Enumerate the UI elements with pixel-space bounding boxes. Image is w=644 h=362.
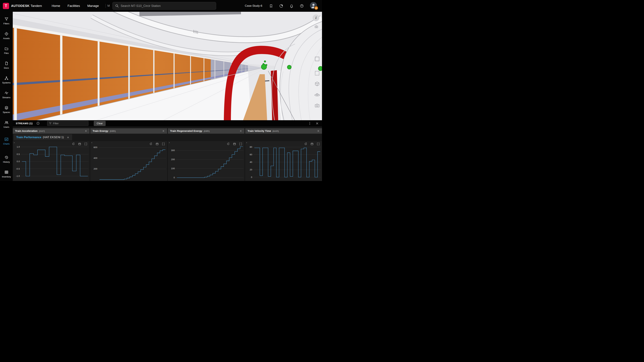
user-menu[interactable]: sk (310, 2, 318, 10)
tab-train-acceleration[interactable]: Train Acceleration (m/s²) (13, 128, 90, 134)
viewport-3d[interactable]: i (13, 12, 322, 120)
svg-text:400: 400 (94, 157, 97, 159)
chart-train-regenerated-energy[interactable]: 3002001000 (168, 141, 245, 181)
stream-filter-input[interactable] (53, 122, 87, 125)
search-bar[interactable] (112, 2, 216, 10)
calendar-icon[interactable] (233, 142, 236, 146)
sidebar-item-systems[interactable]: Systems (0, 73, 13, 87)
topbar-actions: Case-Study-6 sk (245, 2, 322, 10)
svg-text:600: 600 (94, 146, 97, 149)
chart-train-energy[interactable]: 600400200 (90, 141, 167, 181)
sidebar-item-streams[interactable]: Streams (0, 87, 13, 102)
marquee-select-icon[interactable] (314, 70, 320, 76)
performance-tab-row: Train Performance (HAT EKSENI 1) (13, 134, 322, 141)
inventory-icon (4, 170, 8, 174)
top-nav: HomeFacilitiesManage (52, 4, 99, 8)
bookmark-icon[interactable] (269, 4, 273, 8)
streams-icon (4, 91, 8, 95)
clear-button[interactable]: Clear (94, 121, 106, 126)
info-icon[interactable] (36, 122, 40, 125)
orbit-icon[interactable] (314, 92, 320, 98)
expand-icon[interactable] (162, 142, 165, 146)
chart-panel-train-acceleration: 1.00.50.0-0.5-1.0 (13, 141, 90, 181)
nav-manage[interactable]: Manage (87, 4, 99, 8)
sidebar: Filters Assets Files Docs Systems Stream… (0, 12, 13, 181)
assets-icon (4, 32, 8, 36)
notifications-bell-icon[interactable] (290, 4, 294, 8)
y-axis-labels: 1.00.50.0-0.5-1.0 (16, 146, 20, 177)
svg-text:-1.0: -1.0 (16, 175, 20, 177)
chart-train-velocity-time[interactable]: 806040200 (245, 141, 322, 181)
close-panel-icon[interactable] (315, 122, 319, 125)
sidebar-item-files[interactable]: Files (0, 43, 13, 58)
close-tab-icon[interactable] (240, 130, 242, 132)
close-tab-icon[interactable] (66, 136, 70, 139)
docs-icon (4, 61, 8, 66)
tab-train-energy[interactable]: Train Energy (kWh) (90, 128, 167, 134)
app-root: T AUTODESK Tandem HomeFacilitiesManage M… (0, 0, 322, 181)
spaces-icon (4, 106, 8, 110)
sidebar-item-spaces[interactable]: Spaces (0, 102, 13, 117)
filter-icon (49, 122, 52, 125)
calendar-icon[interactable] (156, 142, 159, 146)
svg-text:20: 20 (250, 168, 252, 171)
refresh-icon[interactable] (227, 142, 230, 146)
stream-marker (266, 64, 267, 66)
svg-text:100: 100 (171, 167, 175, 170)
chart-tab-unit: (km/h) (272, 130, 279, 132)
performance-tab-title: Train Performance (16, 136, 41, 139)
station-3d-render[interactable] (13, 12, 322, 120)
sidebar-item-history[interactable]: History (0, 152, 13, 167)
selection-box-icon[interactable] (314, 56, 320, 62)
brand-name-bold: AUTODESK (11, 4, 30, 8)
sidebar-item-docs[interactable]: Docs (0, 58, 13, 73)
series-line (254, 148, 320, 177)
close-tab-icon[interactable] (162, 130, 165, 132)
search-input[interactable] (121, 4, 214, 8)
filter-icon (4, 17, 8, 21)
sidebar-item-filters[interactable]: Filters (0, 14, 13, 28)
calendar-icon[interactable] (310, 142, 314, 146)
expand-icon[interactable] (239, 142, 242, 146)
tandem-logo[interactable]: T AUTODESK Tandem (3, 3, 42, 9)
close-tab-icon[interactable] (317, 130, 320, 132)
y-axis-labels: 600400200 (94, 146, 97, 170)
sidebar-item-charts[interactable]: Charts (0, 134, 13, 148)
sidebar-item-inventory[interactable]: Inventory (0, 167, 13, 181)
camera-icon[interactable] (314, 25, 319, 29)
calendar-icon[interactable] (78, 142, 81, 146)
topbar: T AUTODESK Tandem HomeFacilitiesManage M… (0, 0, 322, 12)
isolate-cube-icon[interactable] (314, 81, 320, 87)
tab-train-velocity-time[interactable]: Train Velocity Time (km/h) (245, 128, 322, 134)
reports-pie-icon[interactable] (279, 4, 284, 8)
viewport-info-button[interactable]: i (312, 15, 319, 21)
stream-filter[interactable] (47, 121, 88, 126)
account-badge[interactable]: sk (314, 6, 318, 10)
close-tab-icon[interactable] (84, 130, 87, 132)
tab-train-performance[interactable]: Train Performance (HAT EKSENI 1) (14, 134, 72, 140)
sidebar-item-users[interactable]: Users (0, 117, 13, 132)
expand-icon[interactable] (84, 142, 88, 146)
chart-train-acceleration[interactable]: 1.00.50.0-0.5-1.0 (13, 141, 90, 181)
chart-panel-train-velocity-time: 806040200 (245, 141, 322, 181)
stream-marker (287, 65, 291, 69)
logo-letter: T (5, 4, 7, 8)
svg-text:200: 200 (171, 158, 175, 161)
refresh-icon[interactable] (304, 142, 308, 146)
kebab-menu-icon[interactable] (308, 122, 312, 125)
refresh-icon[interactable] (149, 142, 152, 146)
sidebar-item-assets[interactable]: Assets (0, 28, 13, 43)
chart-tab-title: Train Regenerated Energy (170, 129, 202, 133)
svg-text:200: 200 (94, 168, 97, 170)
files-icon (4, 47, 8, 51)
tab-train-regenerated-energy[interactable]: Train Regenerated Energy (kWh) (168, 128, 245, 134)
view-camera-icon[interactable] (314, 102, 320, 109)
svg-text:1.0: 1.0 (16, 146, 20, 148)
nav-divider (106, 4, 106, 8)
refresh-icon[interactable] (72, 142, 75, 146)
nav-home[interactable]: Home (52, 4, 60, 8)
nav-facilities[interactable]: Facilities (68, 4, 80, 8)
expand-icon[interactable] (317, 142, 320, 146)
help-icon[interactable] (300, 4, 304, 8)
chart-tab-unit: (kWh) (204, 130, 210, 132)
